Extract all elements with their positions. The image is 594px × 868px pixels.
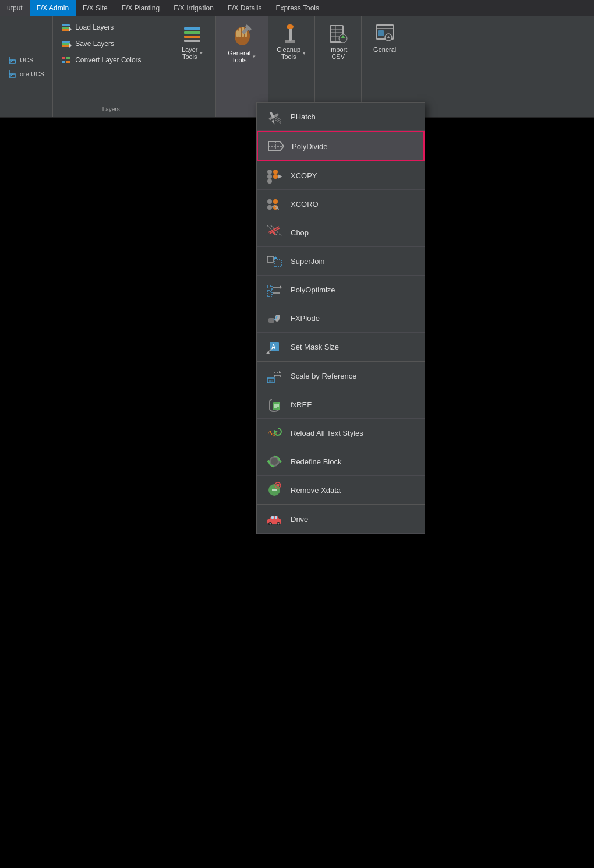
svg-point-61: [267, 199, 272, 204]
layer-tools-button[interactable]: Layer Tools ▼: [178, 21, 207, 62]
ore-ucs-button[interactable]: ore UCS: [6, 68, 47, 80]
menu-item-phatch[interactable]: PHatch: [257, 103, 425, 131]
svg-rect-8: [62, 27, 70, 29]
menu-item-xcoro[interactable]: XCORO: [257, 190, 425, 218]
polyoptimize-label: PolyOptimize: [291, 285, 416, 294]
menu-item-drive[interactable]: Drive: [257, 505, 425, 534]
svg-line-50: [275, 118, 281, 122]
menu-item-polydivide[interactable]: PolyDivide: [257, 131, 425, 161]
convert-layer-colors-button[interactable]: Convert Layer Colors: [59, 54, 163, 66]
import-csv-icon: [328, 23, 349, 44]
redefineblock-label: Redefine Block: [291, 457, 416, 466]
svg-rect-16: [66, 57, 70, 59]
svg-rect-80: [268, 318, 274, 323]
svg-rect-7: [62, 24, 70, 26]
superjoin-icon: [265, 252, 284, 270]
fxref-icon: [265, 395, 284, 414]
menu-item-fxplode[interactable]: FXPlode: [257, 304, 425, 333]
menu-item-redefineblock[interactable]: Redefine Block: [257, 447, 425, 476]
menu-item-superjoin[interactable]: SuperJoin: [257, 247, 425, 276]
layers-section-label: Layers: [59, 106, 163, 112]
layer-tools-dropdown-arrow: ▼: [199, 51, 203, 56]
svg-point-117: [278, 523, 280, 525]
svg-rect-75: [267, 286, 272, 291]
xcoro-label: XCORO: [291, 200, 416, 209]
general-tools-button[interactable]: General Tools ▼: [224, 21, 260, 66]
load-layers-icon: [61, 22, 72, 33]
menu-fx-irrigation[interactable]: F/X Irrigation: [167, 0, 221, 16]
svg-point-103: [271, 458, 278, 465]
general-tools-icon: [231, 23, 254, 48]
chop-icon: [265, 223, 284, 242]
chop-label: Chop: [291, 228, 416, 237]
polydivide-icon: [266, 137, 285, 156]
svg-point-115: [270, 523, 271, 525]
general-button[interactable]: General: [370, 21, 399, 55]
drive-label: Drive: [291, 515, 416, 524]
general-tools-dropdown: PHatch PolyDivide XCOPY: [256, 102, 425, 534]
general-icon: [374, 23, 395, 44]
ucs-button[interactable]: UCS: [6, 54, 47, 66]
svg-rect-42: [378, 30, 384, 36]
svg-marker-48: [271, 119, 275, 125]
svg-point-59: [273, 174, 278, 179]
menu-item-removexdata[interactable]: Remove Xdata: [257, 476, 425, 504]
menu-item-scalebyref[interactable]: 100 Scale by Reference: [257, 362, 425, 390]
cleanup-tools-icon: [281, 23, 302, 44]
menubar: utput F/X Admin F/X Site F/X Planting F/…: [0, 0, 594, 16]
reloadtextstyles-icon: A B C: [265, 424, 284, 442]
svg-rect-19: [184, 27, 200, 30]
svg-point-32: [287, 24, 294, 29]
phatch-label: PHatch: [291, 112, 416, 121]
menu-item-fxref[interactable]: fxREF: [257, 390, 425, 419]
menu-fx-admin[interactable]: F/X Admin: [30, 0, 76, 16]
svg-point-56: [267, 174, 272, 179]
svg-rect-9: [62, 29, 70, 31]
scalebyref-icon: 100: [265, 366, 284, 385]
cleanup-tools-button[interactable]: Cleanup Tools ▼: [273, 21, 310, 62]
save-layers-button[interactable]: Save Layers: [59, 37, 163, 50]
fxref-label: fxREF: [291, 400, 416, 409]
svg-rect-13: [62, 45, 70, 47]
polydivide-label: PolyDivide: [292, 142, 415, 151]
left-panel: [0, 118, 256, 868]
load-layers-button[interactable]: Load Layers: [59, 21, 163, 34]
svg-rect-71: [267, 256, 273, 262]
fxplode-icon: [265, 309, 284, 327]
svg-line-51: [275, 120, 281, 124]
superjoin-label: SuperJoin: [291, 257, 416, 266]
menu-fx-site[interactable]: F/X Site: [76, 0, 115, 16]
xcopy-label: XCOPY: [291, 171, 416, 180]
menu-item-polyoptimize[interactable]: PolyOptimize: [257, 276, 425, 304]
menu-fx-details[interactable]: F/X Details: [221, 0, 269, 16]
import-csv-button[interactable]: Import CSV: [324, 21, 352, 62]
scalebyref-label: Scale by Reference: [291, 372, 416, 380]
menu-fx-planting[interactable]: F/X Planting: [115, 0, 167, 16]
menu-item-chop[interactable]: Chop: [257, 218, 425, 247]
fxplode-label: FXPlode: [291, 314, 416, 323]
phatch-icon: [265, 107, 284, 126]
xcopy-icon: [265, 166, 284, 185]
svg-rect-113: [275, 516, 277, 519]
menu-output[interactable]: utput: [0, 0, 30, 16]
svg-point-62: [267, 205, 272, 210]
svg-marker-10: [69, 27, 72, 31]
menu-express-tools[interactable]: Express Tools: [269, 0, 326, 16]
svg-rect-21: [184, 36, 200, 38]
menu-item-setmasksize[interactable]: A Set Mask Size: [257, 333, 425, 361]
ore-ucs-icon: [8, 69, 17, 79]
svg-rect-24: [239, 28, 241, 37]
svg-rect-27: [236, 30, 239, 37]
svg-rect-12: [62, 43, 70, 45]
menu-item-xcopy[interactable]: XCOPY: [257, 161, 425, 190]
svg-point-55: [267, 170, 272, 174]
menu-item-reloadtextstyles[interactable]: A B C Reload All Text Styles: [257, 419, 425, 447]
svg-rect-22: [184, 40, 200, 42]
save-layers-icon: [61, 38, 72, 49]
svg-rect-20: [184, 31, 200, 34]
drive-icon: [265, 510, 284, 528]
svg-rect-107: [272, 489, 277, 491]
svg-marker-104: [280, 460, 282, 463]
svg-point-63: [273, 199, 278, 204]
svg-line-1: [9, 60, 13, 63]
